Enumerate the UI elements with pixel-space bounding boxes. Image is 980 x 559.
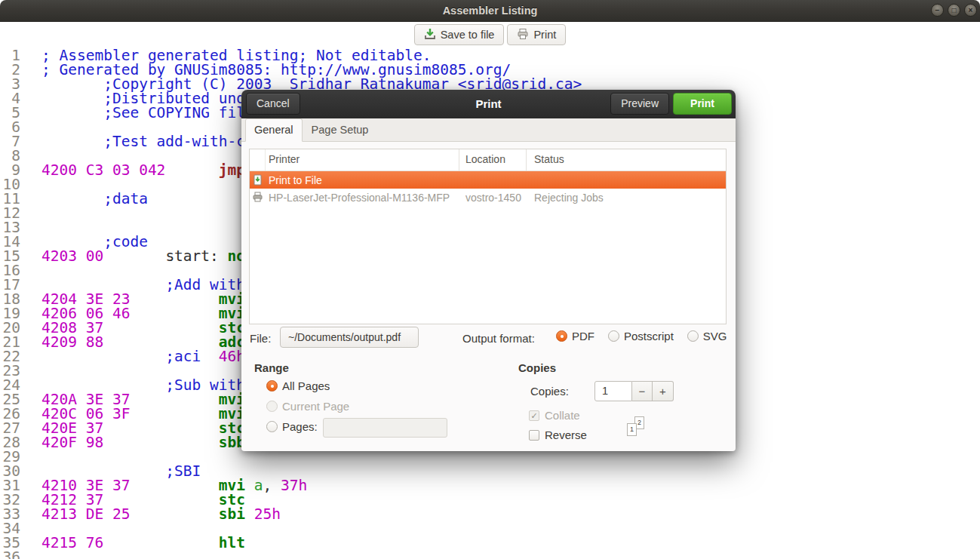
format-radio-label: Postscript [624, 330, 674, 342]
dialog-tabs: GeneralPage Setup [241, 118, 736, 142]
collate-page-1: 1 [627, 423, 637, 436]
range-radio-all-pages[interactable]: All Pages [266, 379, 349, 392]
code-line: 334213 DE 25 sbi 25h [0, 507, 980, 521]
reverse-checkbox-icon [529, 430, 539, 441]
printer-icon [517, 28, 529, 42]
tab-general[interactable]: General [245, 118, 303, 142]
close-button[interactable]: × [964, 4, 977, 17]
icon-column-header [250, 149, 266, 170]
radio-icon [687, 330, 699, 342]
window-title: Assembler Listing [0, 0, 980, 21]
format-radio-label: PDF [572, 330, 594, 342]
pages-input[interactable] [323, 418, 447, 438]
file-button[interactable]: ~/Documents/output.pdf [280, 327, 419, 348]
radio-icon [266, 380, 278, 392]
location-column-header[interactable]: Location [459, 149, 527, 170]
range-radio-current-page: Current Page [266, 400, 349, 413]
collate-preview-icon: 2 1 [627, 416, 648, 438]
minimize-button[interactable]: − [931, 4, 944, 17]
copies-label: Copies: [530, 385, 569, 398]
output-format-label: Output format: [462, 332, 535, 345]
copies-spinner: 1 − + [594, 381, 674, 401]
titlebar: Assembler Listing −□× [0, 0, 980, 22]
range-radio-label: Pages: [282, 420, 318, 433]
toolbar: Save to file Print [0, 21, 980, 48]
maximize-button[interactable]: □ [948, 4, 960, 17]
preview-button[interactable]: Preview [610, 93, 669, 115]
radio-icon [266, 421, 278, 432]
save-button-label: Save to file [441, 29, 495, 41]
printer-status: Rejecting Jobs [527, 192, 726, 204]
radio-icon [608, 330, 619, 342]
format-radio-svg[interactable]: SVG [687, 330, 727, 342]
print-dialog: Cancel Print Preview Print GeneralPage S… [241, 90, 736, 451]
line-number: 36 [0, 550, 20, 559]
printer-row[interactable]: Print to File [250, 171, 726, 189]
range-radio-label: Current Page [282, 400, 349, 413]
window-controls: −□× [931, 4, 977, 17]
print-toolbar-button[interactable]: Print [507, 24, 566, 45]
copies-section-title: Copies [518, 361, 556, 374]
printer-name: HP-LaserJet-Professional-M1136-MFP [266, 192, 459, 204]
copies-decrement-button[interactable]: − [632, 381, 653, 401]
format-radio-label: SVG [703, 330, 727, 342]
printer-location: vostro-1450 [459, 192, 527, 204]
copies-input[interactable]: 1 [594, 381, 632, 401]
printer-table[interactable]: Printer Location Status Print to FileHP-… [249, 149, 727, 324]
range-radio-label: All Pages [282, 379, 330, 392]
collate-label: Collate [545, 409, 580, 422]
tab-page-setup[interactable]: Page Setup [303, 118, 378, 141]
printer-icon [250, 192, 266, 203]
file-label: File: [250, 332, 271, 345]
radio-icon [266, 401, 278, 412]
dialog-headerbar: Cancel Print Preview Print [241, 90, 736, 119]
printer-name: Print to File [266, 174, 459, 186]
printer-row[interactable]: HP-LaserJet-Professional-M1136-MFPvostro… [250, 189, 726, 206]
format-radio-postscript[interactable]: Postscript [608, 330, 674, 342]
reverse-label: Reverse [545, 428, 587, 441]
format-radio-pdf[interactable]: PDF [556, 330, 594, 342]
print-button-label: Print [533, 29, 556, 41]
save-icon [424, 28, 436, 42]
save-to-file-button[interactable]: Save to file [414, 24, 505, 45]
print-button[interactable]: Print [673, 93, 732, 115]
status-column-header[interactable]: Status [527, 149, 726, 170]
printer-table-header: Printer Location Status [250, 149, 726, 171]
reverse-checkbox[interactable]: Reverse [529, 428, 587, 441]
collate-checkbox-icon: ✓ [529, 410, 539, 421]
copies-increment-button[interactable]: + [653, 381, 674, 401]
printer-column-header[interactable]: Printer [266, 149, 459, 170]
radio-icon [556, 330, 567, 342]
print-to-file-icon [250, 174, 266, 186]
format-radios: PDFPostscriptSVG [556, 330, 727, 342]
printer-table-body: Print to FileHP-LaserJet-Professional-M1… [250, 171, 726, 206]
collate-checkbox: ✓ Collate [529, 409, 580, 422]
code-line: 354215 76 hlt [0, 536, 980, 550]
range-section-title: Range [254, 361, 289, 374]
